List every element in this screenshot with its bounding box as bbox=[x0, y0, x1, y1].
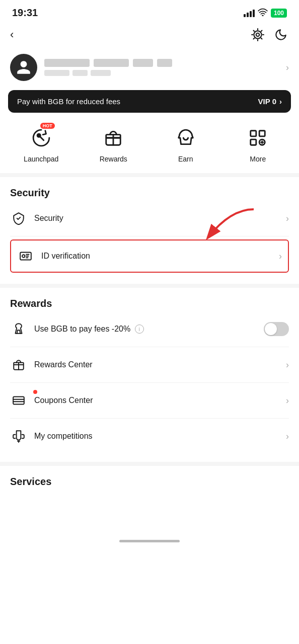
signal-icon bbox=[244, 9, 255, 17]
bgb-fees-label: Use BGB to pay fees -20% i bbox=[34, 325, 264, 334]
profile-sub-row bbox=[44, 70, 279, 76]
services-section-title: Services bbox=[10, 476, 289, 488]
toggle-thumb bbox=[265, 323, 277, 335]
id-verification-icon bbox=[17, 248, 34, 265]
profile-info bbox=[44, 59, 279, 76]
coupons-icon bbox=[10, 392, 27, 409]
svg-rect-6 bbox=[259, 131, 265, 136]
avatar bbox=[10, 54, 37, 81]
blurred-name-2 bbox=[94, 59, 129, 67]
battery-indicator: 100 bbox=[271, 9, 287, 18]
rewards-section: Rewards Use BGB to pay fees -20% i Rew bbox=[0, 288, 299, 454]
svg-rect-7 bbox=[251, 139, 256, 145]
security-item-label: Security bbox=[34, 214, 286, 223]
profile-section[interactable]: › bbox=[0, 49, 299, 88]
blurred-sub-1 bbox=[44, 70, 69, 76]
info-icon[interactable]: i bbox=[135, 325, 144, 334]
vip-banner-text: Pay with BGB for reduced fees bbox=[17, 97, 120, 106]
blurred-sub-2 bbox=[72, 70, 88, 76]
coupons-center-list-item[interactable]: Coupons Center › bbox=[10, 383, 289, 419]
profile-name-row bbox=[44, 59, 279, 67]
blurred-name-3 bbox=[133, 59, 153, 67]
rewards-center-chevron: › bbox=[286, 360, 289, 370]
id-verification-wrapper: ID verification › bbox=[10, 239, 289, 273]
earn-label: Earn bbox=[178, 155, 193, 163]
svg-point-2 bbox=[254, 31, 261, 38]
blurred-name-4 bbox=[157, 59, 172, 67]
section-divider-3 bbox=[0, 462, 299, 466]
blurred-sub-3 bbox=[91, 70, 111, 76]
security-section-title: Security bbox=[10, 187, 289, 199]
id-verification-chevron: › bbox=[279, 251, 282, 262]
quick-actions: HOT Launchpad Rewards bbox=[0, 121, 299, 173]
coupons-chevron: › bbox=[286, 395, 289, 406]
security-icon bbox=[10, 210, 27, 227]
theme-toggle-button[interactable] bbox=[273, 27, 289, 43]
security-chevron: › bbox=[286, 213, 289, 224]
id-verification-list-item[interactable]: ID verification › bbox=[10, 239, 289, 273]
competitions-chevron: › bbox=[286, 431, 289, 442]
svg-rect-5 bbox=[251, 131, 256, 136]
bottom-indicator-container bbox=[0, 530, 299, 547]
my-competitions-list-item[interactable]: My competitions › bbox=[10, 419, 289, 454]
header-nav: ‹ bbox=[0, 23, 299, 49]
security-section: Security Security › ID verification › bbox=[0, 177, 299, 273]
rewards-label: Rewards bbox=[100, 155, 127, 163]
status-time: 19:31 bbox=[12, 7, 38, 19]
security-list-item[interactable]: Security › bbox=[10, 201, 289, 236]
quick-action-rewards[interactable]: Rewards bbox=[96, 125, 131, 163]
rewards-center-icon bbox=[10, 356, 27, 373]
bgb-toggle[interactable] bbox=[264, 322, 289, 336]
launchpad-icon-container: HOT bbox=[28, 125, 54, 151]
svg-rect-13 bbox=[13, 396, 24, 404]
hot-badge: HOT bbox=[40, 123, 55, 129]
svg-point-1 bbox=[256, 33, 260, 37]
back-button[interactable]: ‹ bbox=[10, 28, 14, 41]
quick-action-more[interactable]: More bbox=[240, 125, 275, 163]
vip-banner[interactable]: Pay with BGB for reduced fees VIP 0 › bbox=[8, 90, 291, 113]
wifi-icon bbox=[258, 8, 268, 18]
svg-point-0 bbox=[262, 15, 263, 16]
more-label: More bbox=[250, 155, 266, 163]
launchpad-label: Launchpad bbox=[24, 155, 58, 163]
bgb-fees-icon bbox=[10, 320, 27, 338]
id-verification-label: ID verification bbox=[41, 252, 279, 261]
my-competitions-label: My competitions bbox=[34, 432, 286, 441]
section-divider-1 bbox=[0, 173, 299, 177]
blurred-name-1 bbox=[44, 59, 90, 67]
earn-icon-container bbox=[173, 125, 199, 151]
svg-point-3 bbox=[37, 134, 40, 137]
home-indicator bbox=[119, 540, 180, 542]
profile-chevron: › bbox=[286, 62, 289, 73]
rewards-icon-container bbox=[100, 125, 126, 151]
vip-badge: VIP 0 › bbox=[258, 97, 282, 106]
rewards-center-list-item[interactable]: Rewards Center › bbox=[10, 347, 289, 383]
status-bar: 19:31 100 bbox=[0, 0, 299, 23]
rewards-center-label: Rewards Center bbox=[34, 360, 286, 369]
notification-dot bbox=[33, 390, 37, 394]
header-action-icons bbox=[250, 27, 289, 43]
svg-point-10 bbox=[22, 255, 25, 257]
quick-action-launchpad[interactable]: HOT Launchpad bbox=[24, 125, 59, 163]
more-icon-container bbox=[245, 125, 271, 151]
quick-action-earn[interactable]: Earn bbox=[168, 125, 203, 163]
section-divider-2 bbox=[0, 284, 299, 288]
status-icons: 100 bbox=[244, 8, 287, 18]
competitions-icon bbox=[10, 428, 27, 445]
rewards-section-title: Rewards bbox=[10, 298, 289, 309]
bgb-fees-list-item[interactable]: Use BGB to pay fees -20% i bbox=[10, 311, 289, 347]
settings-icon-button[interactable] bbox=[250, 27, 266, 43]
services-section: Services bbox=[0, 466, 299, 488]
coupons-center-label: Coupons Center bbox=[34, 396, 286, 405]
